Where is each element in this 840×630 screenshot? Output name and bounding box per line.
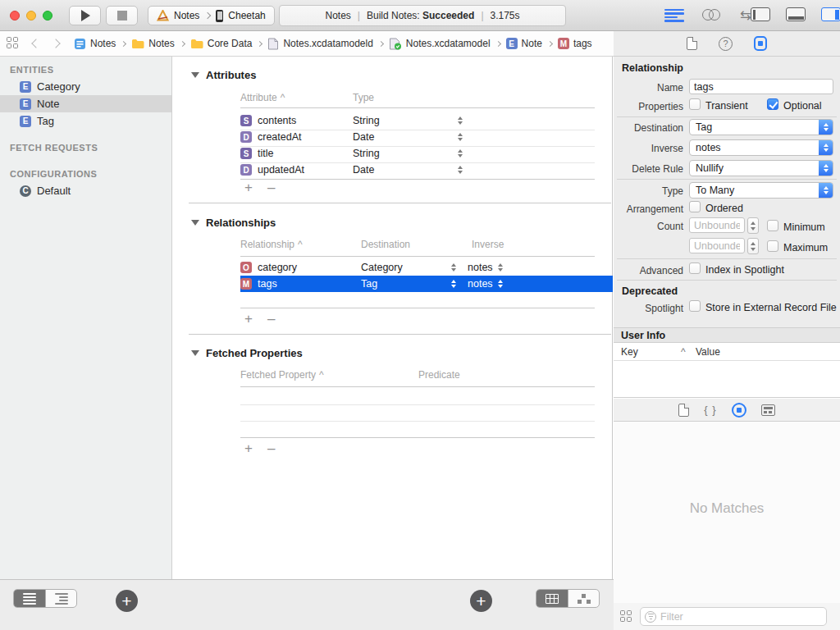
file-template-library-icon[interactable] xyxy=(678,404,689,417)
minimize-window-button[interactable] xyxy=(26,11,36,21)
remove-attribute-row-button[interactable]: – xyxy=(267,182,275,194)
sidebar-item-default-configuration[interactable]: C Default xyxy=(0,182,171,199)
delete-rule-dropdown[interactable]: Nullify xyxy=(689,160,833,176)
relationships-col-inverse[interactable]: Inverse xyxy=(472,239,504,250)
related-items-icon[interactable] xyxy=(7,37,20,50)
type-dropdown[interactable]: To Many xyxy=(689,182,833,199)
scheme-selector[interactable]: Notes Cheetah xyxy=(148,6,275,25)
assistant-editor-button[interactable] xyxy=(702,9,722,22)
breadcrumb-project[interactable]: Notes xyxy=(74,38,116,50)
disclosure-triangle-icon[interactable] xyxy=(191,72,199,78)
fetched-col-predicate[interactable]: Predicate xyxy=(418,369,460,381)
editor-style-graph-segment[interactable] xyxy=(568,590,599,607)
remove-relationship-row-button[interactable]: – xyxy=(267,313,275,325)
ordered-label: Ordered xyxy=(705,203,743,214)
library-grid-icon[interactable] xyxy=(620,610,633,623)
outline-style-list-segment[interactable] xyxy=(14,590,45,607)
add-attribute-button[interactable]: + xyxy=(470,590,492,612)
device-icon xyxy=(216,10,223,22)
outline-style-hierarchy-segment[interactable] xyxy=(45,590,76,607)
divider xyxy=(617,258,837,259)
inverse-dropdown[interactable]: notes xyxy=(689,139,833,156)
file-inspector-tab-icon[interactable] xyxy=(687,37,697,50)
relationships-col-relationship[interactable]: Relationship^ xyxy=(240,239,303,250)
remove-fetched-property-button[interactable]: – xyxy=(267,443,275,454)
disclosure-triangle-icon[interactable] xyxy=(191,350,199,356)
relationship-row-tags[interactable]: Mtags Tag notes xyxy=(240,276,613,292)
version-editor-button[interactable]: ⇆ xyxy=(740,7,749,23)
minimum-checkbox[interactable] xyxy=(767,220,778,231)
xcode-window: Notes Cheetah Notes | Build Notes: Succe… xyxy=(0,0,840,630)
attribute-row-title[interactable]: Stitle String xyxy=(240,145,611,162)
breadcrumb-group[interactable]: Core Data xyxy=(190,38,253,49)
type-stepper[interactable] xyxy=(458,116,463,125)
breadcrumb-model-container[interactable]: Notes.xcdatamodeld xyxy=(267,38,372,50)
index-in-spotlight-checkbox[interactable] xyxy=(689,262,701,274)
user-info-table[interactable] xyxy=(614,361,840,398)
destination-dropdown[interactable]: Tag xyxy=(689,119,833,135)
breadcrumb-relationship[interactable]: M tags xyxy=(558,38,592,49)
library-filter-bar xyxy=(614,603,840,630)
toolbar: Notes Cheetah Notes | Build Notes: Succe… xyxy=(0,0,840,31)
inverse-stepper[interactable] xyxy=(498,263,503,272)
properties-label: Properties xyxy=(618,101,683,112)
add-entity-button[interactable]: + xyxy=(116,590,138,612)
relationships-col-destination[interactable]: Destination xyxy=(361,239,410,250)
attributes-col-type[interactable]: Type xyxy=(353,92,374,103)
add-fetched-property-button[interactable]: + xyxy=(244,443,253,454)
disclosure-triangle-icon[interactable] xyxy=(191,220,199,226)
breadcrumb-model[interactable]: Notes.xcdatamodel xyxy=(389,38,491,50)
maximum-checkbox[interactable] xyxy=(767,240,778,252)
filter-input[interactable] xyxy=(660,611,826,623)
close-window-button[interactable] xyxy=(10,11,20,21)
type-stepper[interactable] xyxy=(458,149,463,158)
toggle-inspector-button[interactable] xyxy=(821,7,840,21)
count-minimum-stepper[interactable] xyxy=(747,217,759,234)
run-button[interactable] xyxy=(69,6,101,25)
media-library-icon[interactable] xyxy=(761,404,775,416)
destination-stepper[interactable] xyxy=(451,263,456,272)
attribute-row-updatedat[interactable]: DupdatedAt Date xyxy=(240,162,611,178)
inverse-stepper[interactable] xyxy=(498,280,503,288)
standard-editor-button[interactable] xyxy=(664,9,684,22)
breadcrumb-entity[interactable]: E Note xyxy=(506,38,542,49)
count-maximum-stepper[interactable] xyxy=(747,238,759,254)
stop-button[interactable] xyxy=(106,6,138,25)
store-external-record-checkbox[interactable] xyxy=(689,300,701,312)
destination-stepper[interactable] xyxy=(451,280,456,288)
code-snippet-library-icon[interactable]: { } xyxy=(704,404,716,416)
zoom-window-button[interactable] xyxy=(43,11,52,21)
quick-help-tab-icon[interactable]: ? xyxy=(719,37,733,51)
count-maximum-field[interactable] xyxy=(689,238,745,253)
optional-checkbox[interactable] xyxy=(767,98,778,110)
sidebar-item-note[interactable]: E Note xyxy=(0,95,171,112)
breadcrumb-folder[interactable]: Notes xyxy=(131,38,174,49)
divider xyxy=(240,386,595,387)
attribute-row-createdat[interactable]: DcreatedAt Date xyxy=(240,129,611,145)
fetched-col-property[interactable]: Fetched Property^ xyxy=(240,369,324,381)
object-library-icon[interactable] xyxy=(732,403,746,418)
name-field[interactable] xyxy=(689,79,833,94)
type-stepper[interactable] xyxy=(458,133,463,141)
ordered-checkbox[interactable] xyxy=(689,201,701,212)
relationship-row-category[interactable]: Ocategory Category notes xyxy=(240,259,613,276)
value-column-header[interactable]: Value xyxy=(696,346,720,358)
add-attribute-row-button[interactable]: + xyxy=(244,182,253,194)
go-forward-button[interactable] xyxy=(51,39,60,48)
data-model-inspector-tab-icon[interactable] xyxy=(754,36,767,51)
transient-checkbox[interactable] xyxy=(689,98,701,110)
type-stepper[interactable] xyxy=(458,166,463,174)
attributes-col-attribute[interactable]: Attribute^ xyxy=(240,92,285,103)
spotlight-label: Spotlight xyxy=(618,303,683,314)
key-column-header[interactable]: Key xyxy=(614,346,681,358)
outline-style-segmented xyxy=(13,589,77,608)
count-minimum-field[interactable] xyxy=(689,217,745,233)
toggle-navigator-button[interactable] xyxy=(751,7,770,21)
attribute-row-contents[interactable]: Scontents String xyxy=(240,112,611,129)
toggle-debug-area-button[interactable] xyxy=(786,7,806,21)
go-back-button[interactable] xyxy=(31,39,40,48)
add-relationship-row-button[interactable]: + xyxy=(244,313,253,325)
sidebar-item-tag[interactable]: E Tag xyxy=(0,112,171,130)
editor-style-table-segment[interactable] xyxy=(536,590,568,607)
sidebar-item-category[interactable]: E Category xyxy=(0,78,171,95)
